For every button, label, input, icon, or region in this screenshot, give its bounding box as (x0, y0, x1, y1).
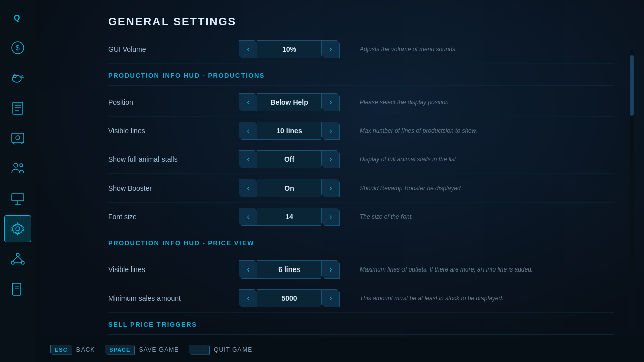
setting-label-booster: Show Booster (108, 184, 239, 192)
position-value: Below Help (257, 93, 321, 111)
setting-control-gui-volume: ‹ 10% › (239, 40, 340, 58)
setting-control-minimum-sales: ‹ 5000 › (239, 289, 340, 307)
setting-desc-visible-lines-prod: Max number of lines of productsion to sh… (360, 127, 614, 134)
setting-control-visible-lines-prod: ‹ 10 lines › (239, 122, 340, 140)
esc-key-badge: ESC (50, 345, 72, 355)
setting-row-minimum-sales: Minimum sales amount ‹ 5000 › This amoun… (108, 284, 614, 313)
setting-control-animal-stalls: ‹ Off › (239, 150, 340, 168)
animal-stalls-increase-btn[interactable]: › (321, 150, 340, 168)
back-button[interactable]: ESC BACK (50, 345, 95, 355)
setting-label-position: Position (108, 98, 239, 106)
sidebar: Q $ (0, 0, 35, 362)
setting-desc-visible-lines-price: Maximum lines of outlets. If there are m… (360, 266, 614, 273)
booster-value: On (257, 179, 321, 197)
setting-desc-minimum-sales: This amount must be at least in stock to… (360, 295, 614, 302)
svg-point-12 (16, 136, 20, 140)
svg-line-5 (21, 75, 23, 77)
visible-lines-prod-value: 10 lines (257, 122, 321, 140)
svg-rect-11 (12, 133, 24, 142)
sidebar-item-q[interactable]: Q (4, 4, 31, 31)
booster-increase-btn[interactable]: › (321, 179, 340, 197)
animal-stalls-value: Off (257, 150, 321, 168)
svg-point-22 (11, 261, 14, 264)
svg-rect-17 (12, 194, 24, 201)
quit-game-label: QUIT GAME (214, 346, 252, 353)
svg-rect-7 (13, 102, 23, 114)
sidebar-item-economy[interactable]: $ (4, 34, 31, 61)
animal-stalls-decrease-btn[interactable]: ‹ (239, 150, 257, 168)
arrow-key-badge: ←→ (189, 345, 210, 355)
font-size-value: 14 (257, 208, 321, 226)
visible-lines-prod-decrease-btn[interactable]: ‹ (239, 122, 257, 140)
sidebar-item-animals[interactable] (4, 64, 31, 92)
sidebar-item-employees[interactable] (4, 155, 31, 182)
main-content: GENERAL SETTINGS GUI Volume ‹ 10% › Adju… (35, 0, 644, 362)
svg-line-25 (18, 256, 23, 261)
sidebar-item-contracts[interactable] (4, 95, 31, 122)
setting-control-font-size: ‹ 14 › (239, 208, 340, 226)
setting-row-booster: Show Booster ‹ On › Should Revamp Booste… (108, 174, 614, 203)
gui-volume-increase-btn[interactable]: › (321, 40, 340, 58)
svg-point-23 (21, 261, 24, 264)
gui-volume-decrease-btn[interactable]: ‹ (239, 40, 257, 58)
section-header-price-view: PRODUCTION INFO HUD - PRICE VIEW (108, 231, 614, 253)
visible-lines-price-increase-btn[interactable]: › (321, 260, 340, 279)
sidebar-item-hud[interactable] (4, 125, 31, 152)
page-title: GENERAL SETTINGS (35, 0, 644, 38)
visible-lines-prod-increase-btn[interactable]: › (321, 122, 340, 140)
svg-text:Q: Q (14, 14, 20, 22)
setting-control-position: ‹ Below Help › (239, 93, 340, 111)
minimum-sales-value: 5000 (257, 289, 321, 307)
minimum-sales-increase-btn[interactable]: › (321, 289, 340, 307)
space-key-badge: SPACE (105, 345, 135, 355)
svg-rect-27 (13, 283, 21, 295)
svg-point-20 (16, 227, 20, 231)
setting-label-minimum-sales: Minimum sales amount (108, 294, 239, 302)
visible-lines-price-decrease-btn[interactable]: ‹ (239, 260, 257, 279)
setting-label-animal-stalls: Show full animal stalls (108, 155, 239, 163)
content-area[interactable]: GUI Volume ‹ 10% › Adjusts the volume of… (35, 38, 644, 362)
setting-label-gui-volume: GUI Volume (108, 45, 239, 53)
position-increase-btn[interactable]: › (321, 93, 340, 111)
sidebar-item-book[interactable] (4, 276, 31, 303)
setting-desc-booster: Should Revamp Booster be displayed (360, 185, 614, 192)
svg-point-15 (14, 163, 18, 167)
setting-row-visible-lines-prod: Visible lines ‹ 10 lines › Max number of… (108, 117, 614, 145)
quit-game-button[interactable]: ←→ QUIT GAME (189, 345, 252, 355)
booster-decrease-btn[interactable]: ‹ (239, 179, 257, 197)
sidebar-item-billboard[interactable] (4, 185, 31, 212)
visible-lines-price-value: 6 lines (257, 260, 321, 279)
setting-row-position: Position ‹ Below Help › Please select th… (108, 88, 614, 117)
section-header-production-hud: PRODUCTION INFO HUD - PRODUCTIONS (108, 64, 614, 86)
svg-line-24 (13, 256, 18, 261)
setting-desc-font-size: The size of the font. (360, 213, 614, 220)
setting-desc-animal-stalls: Display of full animal stalls in the lis… (360, 156, 614, 163)
setting-control-booster: ‹ On › (239, 179, 340, 197)
setting-control-visible-lines-price: ‹ 6 lines › (239, 260, 340, 279)
sidebar-item-network[interactable] (4, 245, 31, 273)
section-header-sell-triggers: SELL PRICE TRIGGERS (108, 313, 614, 335)
font-size-decrease-btn[interactable]: ‹ (239, 208, 257, 226)
setting-label-visible-lines-prod: Visible lines (108, 127, 239, 135)
svg-point-21 (16, 253, 19, 256)
minimum-sales-decrease-btn[interactable]: ‹ (239, 289, 257, 307)
svg-text:$: $ (16, 44, 20, 52)
setting-row-gui-volume: GUI Volume ‹ 10% › Adjusts the volume of… (108, 38, 614, 64)
setting-row-visible-lines-price: Visible lines ‹ 6 lines › Maximum lines … (108, 255, 614, 284)
svg-point-16 (20, 164, 23, 167)
setting-label-visible-lines-price: Visible lines (108, 265, 239, 274)
sidebar-item-settings[interactable] (4, 215, 31, 242)
position-decrease-btn[interactable]: ‹ (239, 93, 257, 111)
setting-desc-gui-volume: Adjusts the volume of menu sounds. (360, 46, 614, 53)
setting-row-animal-stalls: Show full animal stalls ‹ Off › Display … (108, 145, 614, 174)
back-label: BACK (76, 346, 95, 353)
setting-label-font-size: Font size (108, 213, 239, 221)
save-game-label: SAVE GAME (139, 346, 179, 353)
setting-desc-position: Please select the display position (360, 99, 614, 106)
setting-row-font-size: Font size ‹ 14 › The size of the font. (108, 203, 614, 231)
bottom-bar: ESC BACK SPACE SAVE GAME ←→ QUIT GAME (35, 337, 644, 362)
gui-volume-value: 10% (257, 40, 321, 58)
save-game-button[interactable]: SPACE SAVE GAME (105, 345, 179, 355)
font-size-increase-btn[interactable]: › (321, 208, 340, 226)
